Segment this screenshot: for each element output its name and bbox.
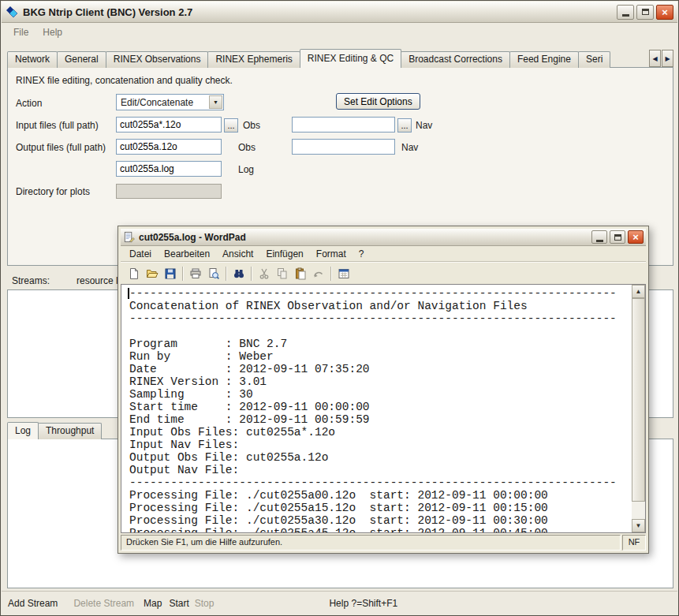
streams-label: Streams: (12, 275, 50, 286)
minimize-icon (622, 14, 629, 17)
action-dropdown[interactable]: Edit/Concatenate ▼ (116, 94, 224, 110)
tab-strip: Network General RINEX Observations RINEX… (7, 49, 647, 68)
output-obs-field[interactable] (116, 139, 222, 155)
datetime-icon[interactable] (334, 265, 353, 282)
output-nav-field[interactable] (292, 139, 395, 155)
wordpad-menubar: Datei Bearbeiten Ansicht Einfügen Format… (121, 246, 646, 262)
wordpad-maximize-button[interactable] (610, 230, 625, 244)
open-folder-icon[interactable] (143, 265, 161, 282)
panel-description: RINEX file editing, concatenation and qu… (16, 75, 233, 86)
document-text[interactable]: ----------------------------------------… (121, 285, 645, 533)
scroll-up-icon[interactable]: ▲ (632, 285, 645, 298)
wordpad-document[interactable]: ----------------------------------------… (121, 284, 646, 533)
wordpad-statusbar: Drücken Sie F1, um die Hilfe aufzurufen.… (121, 535, 646, 551)
delete-stream-button: Delete Stream (73, 598, 134, 609)
add-stream-button[interactable]: Add Stream (8, 598, 58, 609)
scrollbar-thumb[interactable] (632, 298, 645, 502)
input-nav-suffix-label: Nav (416, 120, 432, 131)
plots-directory-label: Directory for plots (16, 186, 90, 197)
menu-hilfe[interactable]: ? (353, 247, 371, 261)
toolbar-separator (251, 267, 252, 281)
set-edit-options-button[interactable]: Set Edit Options (336, 93, 420, 110)
menu-bearbeiten[interactable]: Bearbeiten (158, 247, 216, 261)
maximize-button[interactable] (636, 5, 654, 20)
tab-rinex-editing-qc[interactable]: RINEX Editing & QC (300, 49, 401, 68)
tab-network[interactable]: Network (7, 51, 58, 68)
input-obs-browse-button[interactable]: ... (224, 118, 238, 133)
status-indicator: NF (622, 535, 646, 551)
tab-throughput[interactable]: Throughput (38, 423, 102, 439)
tab-log[interactable]: Log (7, 422, 39, 439)
paste-icon[interactable] (291, 265, 309, 282)
menu-file[interactable]: File (6, 24, 35, 40)
wordpad-app-icon (123, 231, 135, 243)
menu-ansicht[interactable]: Ansicht (216, 247, 259, 261)
log-suffix-label: Log (238, 164, 254, 175)
minimize-icon (596, 240, 603, 242)
bottom-action-bar: Add Stream Delete Stream Map Start Stop … (2, 591, 677, 614)
tab-serial[interactable]: Seri (578, 51, 610, 68)
help-button[interactable]: Help ?=Shift+F1 (329, 598, 397, 609)
start-button[interactable]: Start (169, 598, 188, 609)
scroll-down-icon[interactable]: ▼ (632, 519, 645, 532)
input-nav-browse-button[interactable]: ... (397, 118, 412, 133)
menu-datei[interactable]: Datei (123, 247, 158, 261)
close-icon: × (632, 232, 639, 242)
stop-button: Stop (195, 598, 215, 609)
toolbar-separator (182, 267, 183, 281)
toolbar-separator (330, 267, 331, 281)
plots-directory-field (116, 184, 222, 199)
input-obs-suffix-label: Obs (243, 120, 260, 131)
input-obs-field[interactable] (116, 117, 222, 133)
tab-feed-engine[interactable]: Feed Engine (509, 51, 579, 68)
wordpad-toolbar (121, 262, 646, 284)
tab-scroll-buttons: ◀ ▶ (648, 50, 673, 67)
output-obs-suffix-label: Obs (238, 142, 256, 153)
input-files-label: Input files (full path) (16, 120, 99, 131)
input-nav-field[interactable] (292, 117, 395, 133)
streams-header: Streams: resource loa (12, 275, 129, 286)
undo-icon (309, 265, 327, 282)
find-icon[interactable] (229, 265, 248, 282)
copy-icon (273, 265, 291, 282)
tab-rinex-observations[interactable]: RINEX Observations (106, 51, 209, 68)
vertical-scrollbar[interactable]: ▲ ▼ (632, 285, 645, 532)
log-file-field[interactable] (116, 161, 222, 177)
status-text: Drücken Sie F1, um die Hilfe aufzurufen. (121, 535, 621, 551)
bnc-menubar: File Help (2, 23, 677, 41)
bnc-titlebar[interactable]: BKG Ntrip Client (BNC) Version 2.7 × (2, 2, 677, 23)
minimize-button[interactable] (617, 5, 634, 20)
action-dropdown-value: Edit/Concatenate (117, 97, 208, 108)
log-tab-strip: Log Throughput (7, 422, 101, 439)
output-files-label: Output files (full path) (16, 142, 106, 153)
bnc-main-window: BKG Ntrip Client (BNC) Version 2.7 × Fil… (0, 0, 679, 616)
window-title: BKG Ntrip Client (BNC) Version 2.7 (23, 6, 614, 18)
wordpad-window: cut0255a.log - WordPad × Datei Bearbeite… (118, 226, 649, 554)
menu-format[interactable]: Format (310, 247, 353, 261)
text-caret (128, 288, 129, 299)
tab-general[interactable]: General (57, 51, 106, 68)
maximize-icon (642, 9, 649, 15)
tab-scroll-left-icon[interactable]: ◀ (649, 50, 661, 67)
action-label: Action (16, 98, 42, 109)
wordpad-window-title: cut0255a.log - WordPad (139, 232, 589, 243)
cut-icon (255, 265, 273, 282)
menu-einfuegen[interactable]: Einfügen (259, 247, 309, 261)
maximize-icon (614, 234, 621, 241)
save-icon[interactable] (161, 265, 179, 282)
close-button[interactable]: × (656, 5, 673, 20)
close-icon: × (662, 7, 668, 17)
chevron-down-icon[interactable]: ▼ (209, 95, 222, 109)
tab-rinex-ephemeris[interactable]: RINEX Ephemeris (207, 51, 300, 68)
wordpad-minimize-button[interactable] (591, 230, 607, 244)
wordpad-close-button[interactable]: × (628, 230, 644, 244)
print-preview-icon[interactable] (204, 265, 222, 282)
menu-help[interactable]: Help (35, 24, 69, 40)
print-icon[interactable] (186, 265, 204, 282)
tab-broadcast-corrections[interactable]: Broadcast Corrections (401, 51, 510, 68)
map-button[interactable]: Map (144, 598, 162, 609)
tab-scroll-right-icon[interactable]: ▶ (662, 50, 673, 67)
bnc-app-icon (6, 6, 18, 18)
wordpad-titlebar[interactable]: cut0255a.log - WordPad × (121, 229, 646, 246)
new-document-icon[interactable] (125, 265, 143, 282)
